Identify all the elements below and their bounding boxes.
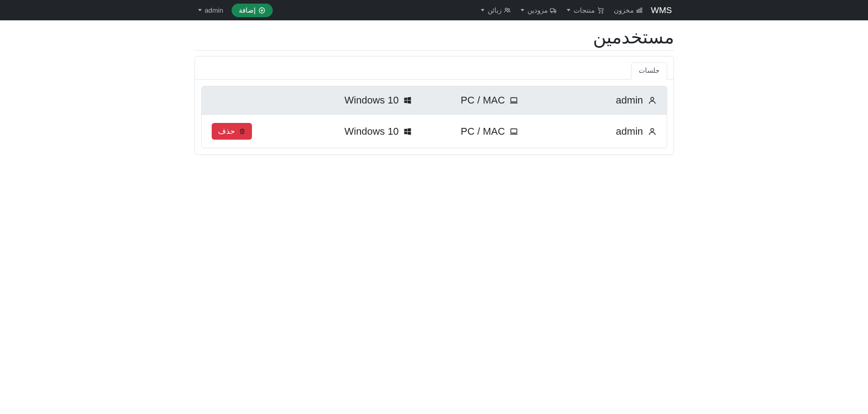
tab-sessions[interactable]: جلسات <box>631 62 667 80</box>
user-icon <box>648 127 657 136</box>
session-device-cell: PC / MAC <box>434 94 545 106</box>
nav-item-label: منتجات <box>574 6 595 14</box>
svg-rect-0 <box>637 10 638 13</box>
svg-point-8 <box>505 8 507 10</box>
svg-point-3 <box>599 12 600 13</box>
delete-button-label: حذف <box>218 127 235 136</box>
delete-session-button[interactable]: حذف <box>212 123 252 140</box>
nav-item-stock[interactable]: مخزون <box>610 0 646 20</box>
session-user: admin <box>616 94 643 106</box>
svg-point-4 <box>602 12 603 13</box>
chevron-down-icon <box>567 9 570 11</box>
user-menu-label: admin <box>205 6 223 14</box>
divider <box>194 50 674 51</box>
nav-actions-group: إضافة admin <box>194 0 273 20</box>
session-user-cell: admin <box>545 126 657 137</box>
svg-point-9 <box>508 9 510 10</box>
session-user: admin <box>616 126 643 137</box>
svg-point-16 <box>650 128 654 132</box>
session-device: PC / MAC <box>461 126 505 137</box>
windows-icon <box>403 96 412 105</box>
svg-rect-5 <box>550 9 554 11</box>
session-row: admin PC / MAC Windows 10 <box>202 114 667 148</box>
trash-icon <box>239 128 246 135</box>
brand[interactable]: WMS <box>649 5 674 15</box>
session-device-cell: PC / MAC <box>434 126 545 137</box>
users-icon <box>504 7 511 14</box>
windows-icon <box>403 127 412 136</box>
svg-rect-2 <box>641 8 642 13</box>
user-menu[interactable]: admin <box>194 6 229 14</box>
nav-item-clients[interactable]: زبائن <box>477 0 514 20</box>
svg-point-7 <box>555 12 556 13</box>
session-list: admin PC / MAC Windows 10 <box>201 86 667 148</box>
nav-item-label: زبائن <box>488 6 502 14</box>
nav-item-suppliers[interactable]: مزودين <box>517 0 560 20</box>
nav-item-label: مزودين <box>527 6 548 14</box>
laptop-icon <box>509 127 518 136</box>
chart-bar-icon <box>636 7 643 14</box>
chevron-down-icon <box>481 9 484 11</box>
sessions-card: جلسات admin PC / M <box>194 56 674 155</box>
card-body: admin PC / MAC Windows 10 <box>195 80 674 155</box>
add-button-label: إضافة <box>239 6 256 14</box>
session-os: Windows 10 <box>345 94 399 106</box>
chevron-down-icon <box>198 9 202 11</box>
tab-sessions-label: جلسات <box>639 66 659 74</box>
cart-icon <box>597 7 604 14</box>
session-row: admin PC / MAC Windows 10 <box>202 86 667 114</box>
chevron-down-icon <box>521 9 524 11</box>
truck-icon <box>550 7 557 14</box>
svg-rect-15 <box>511 98 517 102</box>
session-device: PC / MAC <box>461 94 505 106</box>
tab-bar: جلسات <box>195 56 674 80</box>
nav-main-group: WMS مخزون منتجات مزودين <box>477 0 674 20</box>
nav-item-label: مخزون <box>614 6 634 14</box>
session-action-cell: حذف <box>212 123 323 140</box>
laptop-icon <box>509 96 518 105</box>
session-os-cell: Windows 10 <box>323 94 434 106</box>
add-button[interactable]: إضافة <box>232 4 273 17</box>
navbar: WMS مخزون منتجات مزودين <box>0 0 868 20</box>
nav-item-products[interactable]: منتجات <box>563 0 607 20</box>
session-os: Windows 10 <box>345 126 399 137</box>
main-container: مستخدمين جلسات admin <box>194 27 674 173</box>
svg-point-6 <box>551 12 553 13</box>
svg-rect-17 <box>511 129 517 133</box>
page-title: مستخدمين <box>194 27 674 47</box>
user-icon <box>648 96 657 105</box>
plus-circle-icon <box>258 7 266 14</box>
session-os-cell: Windows 10 <box>323 126 434 137</box>
svg-point-14 <box>650 97 654 100</box>
svg-rect-1 <box>639 9 640 13</box>
session-user-cell: admin <box>545 94 657 106</box>
